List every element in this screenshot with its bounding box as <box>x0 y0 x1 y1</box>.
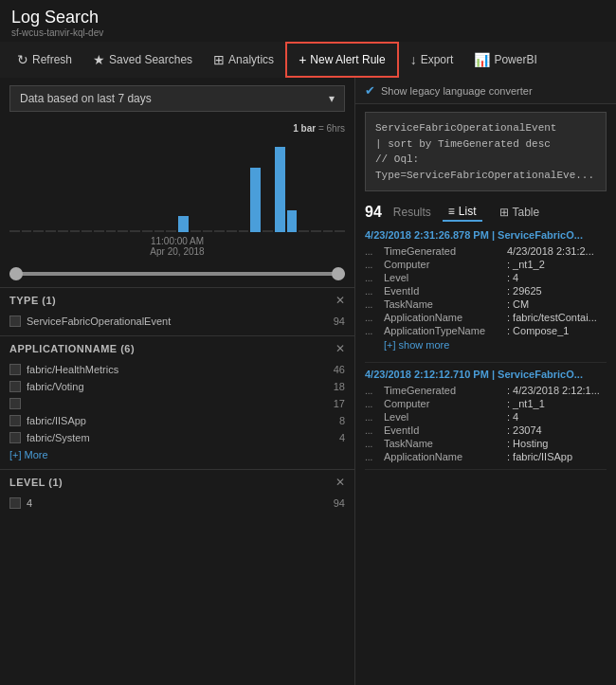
log-expand-icon[interactable]: ... <box>365 246 384 257</box>
appname-filter-checkbox[interactable] <box>9 398 21 409</box>
tab-list[interactable]: ≡ List <box>443 203 482 222</box>
results-label: Results <box>393 206 431 219</box>
log-expand-icon[interactable]: ... <box>365 326 384 336</box>
log-field-key: Computer <box>384 259 507 270</box>
appname-filter-title: APPLICATIONNAME (6) <box>9 343 135 354</box>
level-filter-checkbox[interactable] <box>9 497 21 509</box>
powerbi-button[interactable]: 📊 PowerBI <box>464 42 546 78</box>
type-filter-item-left: ServiceFabricOperationalEvent <box>9 315 171 327</box>
log-expand-icon[interactable]: ... <box>365 273 384 283</box>
legacy-language-bar: ✔ Show legacy language converter <box>355 78 616 104</box>
chart-bar <box>106 230 117 232</box>
saved-searches-button[interactable]: ★ Saved Searches <box>83 42 202 78</box>
export-label: Export <box>421 53 454 66</box>
appname-filter-items: fabric/HealthMetrics 46 fabric/Voting 18… <box>9 361 345 446</box>
log-field-value: : Hosting <box>507 438 548 449</box>
chart-bar <box>178 216 189 232</box>
new-alert-button[interactable]: + New Alert Rule <box>285 42 399 78</box>
log-entry: 4/23/2018 2:31:26.878 PM | ServiceFabric… <box>365 229 607 363</box>
log-expand-icon[interactable]: ... <box>365 439 384 449</box>
chart-bar <box>82 230 92 232</box>
log-field-value: : 4 <box>507 411 518 423</box>
log-expand-icon[interactable]: ... <box>365 313 384 323</box>
refresh-button[interactable]: ↻ Refresh <box>8 42 82 78</box>
log-field: ...Computer: _nt1_1 <box>365 397 607 410</box>
appname-filter-checkbox[interactable] <box>9 364 21 375</box>
chart-bar <box>166 230 176 232</box>
date-filter[interactable]: Data based on last 7 days ▾ <box>9 85 345 112</box>
chart-bar <box>250 168 261 232</box>
type-filter-label: ServiceFabricOperationalEvent <box>27 315 171 327</box>
analytics-icon: ⊞ <box>213 52 225 67</box>
level-filter-label: 4 <box>27 497 32 509</box>
slider-left-thumb[interactable] <box>9 267 23 280</box>
type-filter-close[interactable]: ✕ <box>335 294 345 307</box>
analytics-button[interactable]: ⊞ Analytics <box>204 42 283 78</box>
log-expand-icon[interactable]: ... <box>365 260 384 270</box>
chart-bars <box>9 137 345 232</box>
export-button[interactable]: ↓ Export <box>401 42 463 78</box>
chart-bar <box>45 230 56 232</box>
chart-legend-text: = 6hrs <box>318 123 345 134</box>
log-field-key: ApplicationTypeName <box>384 325 507 336</box>
appname-filter-item-left <box>9 398 27 409</box>
log-entry-header[interactable]: 4/23/2018 2:12:12.710 PM | ServiceFabric… <box>365 369 607 380</box>
results-count: 94 <box>365 204 382 221</box>
log-show-more[interactable]: [+] show more <box>365 337 607 356</box>
results-bar: 94 Results ≡ List ⊞ Table <box>355 199 616 229</box>
appname-filter-item: fabric/IISApp 8 <box>9 412 345 429</box>
appname-filter-item: 17 <box>9 395 345 412</box>
right-panel: ✔ Show legacy language converter Service… <box>355 78 616 685</box>
chart-bar <box>94 230 104 232</box>
chart-bar <box>58 230 68 232</box>
refresh-icon: ↻ <box>17 52 28 67</box>
log-expand-icon[interactable]: ... <box>365 412 384 423</box>
chart-bar <box>118 230 128 232</box>
legacy-check-icon: ✔ <box>365 83 375 98</box>
time-slider[interactable] <box>0 261 354 287</box>
appname-filter-checkbox[interactable] <box>9 415 21 426</box>
query-editor[interactable]: ServiceFabricOperationalEvent| sort by T… <box>365 112 607 191</box>
log-field: ...TimeGenerated: 4/23/2018 2:12:1... <box>365 384 607 397</box>
type-filter-checkbox[interactable] <box>9 315 21 327</box>
type-filter-section: TYPE (1) ✕ ServiceFabricOperationalEvent… <box>0 287 354 335</box>
log-expand-icon[interactable]: ... <box>365 425 384 436</box>
log-results: 4/23/2018 2:31:26.878 PM | ServiceFabric… <box>355 229 616 685</box>
log-field-key: ApplicationName <box>384 451 507 462</box>
log-field-value: : _nt1_1 <box>507 398 545 409</box>
log-field-key: Level <box>384 272 507 283</box>
log-expand-icon[interactable]: ... <box>365 286 384 297</box>
chart-bar <box>70 230 81 232</box>
log-field-key: ApplicationName <box>384 312 507 323</box>
chart-bar <box>226 230 237 232</box>
chevron-down-icon: ▾ <box>329 92 335 105</box>
log-field: ...Computer: _nt1_2 <box>365 258 607 271</box>
appname-filter-checkbox[interactable] <box>9 432 21 443</box>
level-filter-item: 4 94 <box>9 495 345 512</box>
appname-filter-more[interactable]: [+] More <box>9 446 345 463</box>
chart-legend: 1 bar = 6hrs <box>9 123 345 134</box>
log-expand-icon[interactable]: ... <box>365 399 384 409</box>
list-label: List <box>459 205 477 218</box>
log-expand-icon[interactable]: ... <box>365 452 384 462</box>
level-filter-close[interactable]: ✕ <box>335 476 345 489</box>
slider-right-thumb[interactable] <box>332 267 345 280</box>
log-field: ...TaskName: CM <box>365 297 607 311</box>
legacy-label: Show legacy language converter <box>381 85 533 97</box>
appname-filter-close[interactable]: ✕ <box>335 342 345 355</box>
log-field-value: : 4 <box>507 272 518 283</box>
level-filter-header: LEVEL (1) ✕ <box>9 476 345 489</box>
chart-bar <box>275 147 285 232</box>
tab-table[interactable]: ⊞ Table <box>494 204 546 221</box>
log-field-key: EventId <box>384 285 507 297</box>
log-expand-icon[interactable]: ... <box>365 386 384 396</box>
appname-filter-checkbox[interactable] <box>9 381 21 392</box>
appname-filter-label: fabric/IISApp <box>27 415 86 426</box>
appname-filter-section: APPLICATIONNAME (6) ✕ fabric/HealthMetri… <box>0 335 354 469</box>
log-entry-header[interactable]: 4/23/2018 2:31:26.878 PM | ServiceFabric… <box>365 229 607 241</box>
analytics-label: Analytics <box>228 53 274 66</box>
log-expand-icon[interactable]: ... <box>365 299 384 310</box>
log-field: ...TimeGenerated4/23/2018 2:31:2... <box>365 244 607 258</box>
chart-bar <box>263 230 273 232</box>
log-field: ...EventId: 29625 <box>365 284 607 297</box>
